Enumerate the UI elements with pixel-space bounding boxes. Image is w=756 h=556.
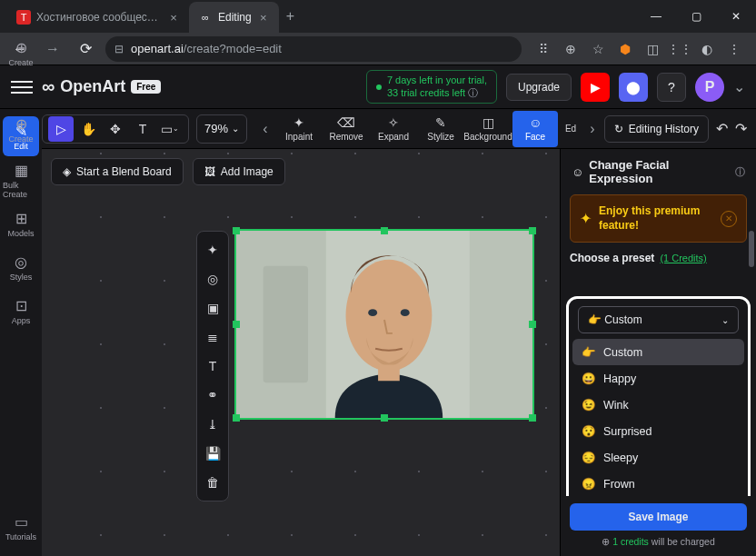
scroll-left-button[interactable]: ‹	[254, 114, 276, 144]
svg-rect-2	[470, 231, 532, 418]
rail-bulk-create[interactable]: ▦Bulk Create	[3, 160, 39, 200]
maximize-button[interactable]: ▢	[676, 0, 716, 33]
undo-button[interactable]: ↶	[716, 120, 728, 137]
text-tool[interactable]: T	[130, 116, 155, 142]
preset-option-surprised[interactable]: 😯Surprised	[572, 418, 744, 444]
resize-handle[interactable]	[529, 227, 536, 234]
resize-handle[interactable]	[529, 414, 536, 422]
magic-select-tool[interactable]: ✦	[200, 237, 225, 263]
layers-tool[interactable]: ≣	[200, 324, 225, 350]
remove-tool[interactable]: ⌫Remove	[323, 111, 369, 147]
scrollbar-thumb[interactable]	[749, 231, 754, 267]
bookmark-icon[interactable]: ☆	[589, 40, 607, 58]
avatar[interactable]: P	[695, 73, 724, 102]
resize-handle[interactable]	[529, 321, 536, 328]
editing-history-button[interactable]: ↻Editing History	[604, 115, 709, 143]
canvas-area[interactable]: ◈Start a Blend Board 🖼Add Image ✦ ◎ ▣ ≣ …	[42, 149, 560, 556]
layers-icon: ◈	[63, 165, 71, 178]
more-tool[interactable]: Ed	[560, 111, 582, 147]
reload-button[interactable]: ⟳	[73, 36, 98, 62]
new-tab-button[interactable]: +	[279, 0, 302, 33]
resize-handle[interactable]	[233, 227, 240, 234]
preset-option-sleepy[interactable]: 😔Sleepy	[572, 444, 744, 471]
logo[interactable]: ∞ OpenArt Free	[42, 76, 161, 97]
target-tool[interactable]: ◎	[200, 266, 225, 292]
rail-create-overlay: ⊕Create	[0, 109, 42, 149]
resize-handle[interactable]	[381, 414, 388, 422]
credits-link[interactable]: (1 Credits)	[660, 253, 706, 263]
rail-apps[interactable]: ⊡Apps	[3, 291, 39, 331]
svg-point-6	[401, 309, 410, 316]
discord-button[interactable]: ⬤	[619, 73, 648, 102]
rail-create[interactable]: ⊕Create	[3, 109, 39, 149]
preset-option-custom[interactable]: 👉Custom	[572, 339, 744, 365]
add-image-button[interactable]: 🖼Add Image	[193, 158, 285, 185]
omnibox[interactable]: ⊟ openart.ai/create?mode=edit	[105, 36, 522, 62]
minimize-button[interactable]: —	[636, 0, 676, 33]
zoom-control[interactable]: 79% ⌄	[196, 114, 247, 144]
history-icon: ↻	[614, 123, 623, 135]
logo-text: OpenArt	[60, 77, 125, 96]
close-icon[interactable]: ×	[257, 11, 270, 24]
browser-tab-inactive[interactable]: T Хостинговое сообщество «Tim ×	[7, 2, 189, 33]
zoom-value: 79%	[204, 122, 228, 135]
rail-create[interactable]: ⊕Create	[3, 33, 39, 73]
site-settings-icon[interactable]: ⊟	[114, 43, 124, 55]
delete-tool[interactable]: 🗑	[200, 470, 225, 495]
panel-body: ✦ Enjoy this premiumfeature! ✕ Choose a …	[561, 194, 756, 496]
resize-handle[interactable]	[381, 227, 388, 234]
preset-option-frown[interactable]: 😠Frown	[572, 471, 744, 496]
dismiss-button[interactable]: ✕	[721, 211, 737, 227]
face-tool[interactable]: ☺Face	[512, 111, 558, 147]
tab-title: Editing	[218, 11, 252, 24]
menu-button[interactable]	[11, 76, 33, 98]
preset-select[interactable]: 👉 Custom ⌄	[578, 306, 739, 333]
download-tool[interactable]: ⤓	[200, 412, 225, 437]
youtube-button[interactable]: ▶	[581, 73, 610, 102]
close-window-button[interactable]: ✕	[716, 0, 756, 33]
preset-option-wink[interactable]: 😉Wink	[572, 392, 744, 418]
stylize-tool[interactable]: ✎Stylize	[418, 111, 463, 147]
extension-icon[interactable]: ⋮⋮	[671, 40, 689, 58]
help-button[interactable]: ?	[657, 73, 686, 102]
forward-button[interactable]: →	[40, 36, 65, 62]
rail-styles[interactable]: ◎Styles	[3, 247, 39, 287]
save-tool[interactable]: 💾	[200, 441, 225, 466]
scroll-right-button[interactable]: ›	[582, 114, 603, 144]
selected-image[interactable]	[234, 229, 534, 420]
start-blend-board-button[interactable]: ◈Start a Blend Board	[51, 158, 184, 185]
rail-models[interactable]: ⊞Models	[3, 204, 39, 243]
close-icon[interactable]: ×	[167, 11, 180, 24]
face-icon: ☺	[572, 165, 583, 179]
status-dot-icon	[376, 84, 382, 90]
resize-handle[interactable]	[233, 414, 240, 422]
favicon-icon: T	[16, 10, 31, 25]
select-tool[interactable]: ▷	[48, 116, 74, 142]
shape-tool[interactable]: ▭ ⌄	[157, 116, 183, 142]
image-icon: 🖼	[204, 165, 215, 178]
text-tool[interactable]: T	[200, 353, 225, 379]
upgrade-button[interactable]: Upgrade	[506, 74, 572, 101]
people-tool[interactable]: ⚭	[200, 382, 225, 408]
redo-button[interactable]: ↷	[735, 120, 747, 137]
expand-tool[interactable]: ✧Expand	[371, 111, 416, 147]
browser-tab-active[interactable]: ∞ Editing ×	[189, 2, 279, 33]
translate-icon[interactable]: ⠿	[534, 40, 552, 58]
inpaint-tool[interactable]: ✦Inpaint	[276, 111, 322, 147]
background-tool[interactable]: ◫Background	[465, 111, 511, 147]
crop-tool[interactable]: ▣	[200, 295, 225, 321]
move-tool[interactable]: ✥	[103, 116, 128, 142]
metamask-icon[interactable]: ⬢	[616, 40, 634, 58]
rail-tutorials[interactable]: ▭Tutorials	[3, 507, 39, 547]
extension-icon[interactable]: ◫	[643, 40, 662, 58]
chevron-down-icon[interactable]: ⌄	[733, 78, 745, 95]
info-icon[interactable]: ⓘ	[735, 165, 745, 179]
pan-tool[interactable]: ✋	[75, 116, 101, 142]
menu-icon[interactable]: ⋮	[725, 40, 743, 58]
preset-option-happy[interactable]: 😀Happy	[572, 365, 744, 392]
resize-handle[interactable]	[233, 321, 240, 328]
save-image-button[interactable]: Save Image	[570, 503, 747, 531]
trial-promo[interactable]: 7 days left in your trial, 33 trial cred…	[366, 70, 497, 103]
zoom-icon[interactable]: ⊕	[562, 40, 580, 58]
profile-icon[interactable]: ◐	[698, 40, 716, 58]
